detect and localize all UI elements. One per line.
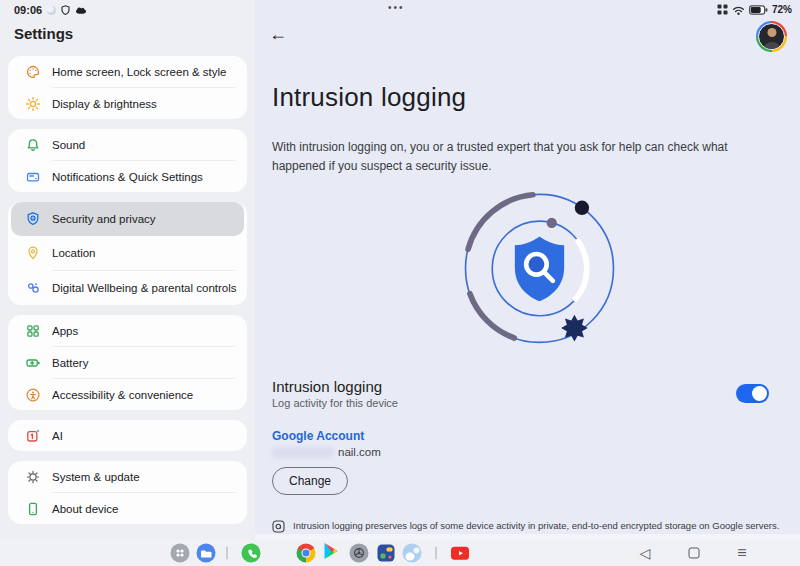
- security-shield-icon: [24, 211, 41, 228]
- brightness-icon: [24, 95, 41, 112]
- chrome-app-icon[interactable]: [297, 544, 316, 563]
- sidebar-item-about-device[interactable]: About device: [8, 493, 247, 524]
- encrypted-storage-icon: [272, 520, 285, 533]
- sidebar-item-location[interactable]: Location: [8, 236, 247, 270]
- phone-icon: [24, 500, 41, 517]
- sidebar-item-system-update[interactable]: System & update: [8, 461, 247, 492]
- palette-icon: [24, 63, 41, 80]
- orbit-dot-slate: [547, 218, 557, 228]
- sidebar-item-label: AI: [52, 430, 63, 442]
- google-account-label: Google Account: [272, 429, 364, 443]
- window-drag-handle[interactable]: •••: [388, 2, 405, 13]
- sidebar-item-digital-wellbeing[interactable]: Digital Wellbeing & parental controls: [8, 271, 247, 305]
- sidebar-item-label: Sound: [52, 139, 85, 151]
- orbit-arc-outer-bottom: [470, 294, 514, 338]
- weather-app-icon[interactable]: [403, 544, 422, 563]
- phone-app-icon[interactable]: [242, 544, 261, 563]
- settings-group-personalization: Home screen, Lock screen & style Display…: [8, 56, 247, 119]
- avatar-shoulders: [763, 42, 780, 50]
- orbit-dot-black: [575, 201, 589, 215]
- intrusion-logging-panel: ••• 72% ← Intrusion logging With intrusi…: [255, 0, 800, 540]
- network-nodes-icon: [717, 4, 728, 15]
- shield-icon: [61, 5, 70, 15]
- toggle-row-subtitle: Log activity for this device: [272, 397, 398, 409]
- dock-separator: [226, 547, 228, 560]
- files-app-icon[interactable]: [197, 544, 216, 563]
- sidebar-item-battery[interactable]: Battery: [8, 347, 247, 378]
- redacted-email-smudge: [272, 447, 334, 458]
- play-store-app-icon[interactable]: [324, 543, 339, 563]
- change-account-button[interactable]: Change: [272, 467, 348, 495]
- settings-group-security: Security and privacy Location Digital We…: [8, 202, 247, 305]
- gallery-app-icon[interactable]: [378, 545, 395, 562]
- avatar-head: [767, 28, 776, 37]
- sidebar-item-home-screen[interactable]: Home screen, Lock screen & style: [8, 56, 247, 87]
- account-email: nail.com: [338, 446, 381, 458]
- settings-group-apps: Apps Battery Accessibility & convenience: [8, 315, 247, 410]
- sidebar-item-label: Accessibility & convenience: [52, 389, 193, 401]
- sidebar-item-label: Apps: [52, 325, 78, 337]
- ai-icon: [24, 427, 41, 444]
- nav-home-icon[interactable]: [689, 548, 700, 559]
- settings-sidebar: 09:06 Settings Home screen, Lock screen …: [0, 0, 255, 540]
- toggle-row-title: Intrusion logging: [272, 378, 382, 395]
- settings-group-ai: AI: [8, 420, 247, 451]
- status-bar-right: 72%: [717, 4, 792, 15]
- wifi-icon: [732, 5, 745, 15]
- orbit-arc-inner-white: [576, 241, 587, 299]
- footnote-text: Intrusion logging preserves logs of some…: [293, 520, 779, 532]
- sidebar-item-display[interactable]: Display & brightness: [8, 88, 247, 119]
- bell-icon: [24, 136, 41, 153]
- dock-separator: [435, 547, 437, 560]
- settings-group-system: System & update About device: [8, 461, 247, 524]
- toggle-knob: [752, 386, 767, 401]
- intrusion-logging-illustration: [447, 178, 632, 363]
- apps-grid-icon: [24, 322, 41, 339]
- sidebar-item-accessibility[interactable]: Accessibility & convenience: [8, 379, 247, 410]
- settings-group-sound-notifications: Sound Notifications & Quick Settings: [8, 129, 247, 192]
- sidebar-item-label: Location: [52, 247, 95, 259]
- moon-icon: [47, 6, 56, 15]
- sidebar-item-label: Digital Wellbeing & parental controls: [52, 282, 237, 294]
- battery-icon: [749, 5, 768, 15]
- sidebar-item-label: Home screen, Lock screen & style: [52, 66, 227, 78]
- sidebar-item-label: Display & brightness: [52, 98, 157, 110]
- page-title-settings: Settings: [14, 25, 73, 42]
- back-arrow-icon[interactable]: ←: [269, 24, 287, 45]
- sidebar-item-notifications[interactable]: Notifications & Quick Settings: [8, 161, 247, 192]
- gear-icon: [24, 468, 41, 485]
- sidebar-item-label: System & update: [52, 471, 140, 483]
- sidebar-item-label: Notifications & Quick Settings: [52, 171, 203, 183]
- cloud-icon: [75, 6, 87, 14]
- settings-menu: Home screen, Lock screen & style Display…: [8, 56, 247, 534]
- footnote-row: Intrusion logging preserves logs of some…: [272, 520, 787, 533]
- clock-time: 09:06: [14, 4, 42, 16]
- tablet-screen: 09:06 Settings Home screen, Lock screen …: [0, 0, 800, 566]
- sidebar-item-ai[interactable]: AI: [8, 420, 247, 451]
- app-drawer-icon[interactable]: [171, 544, 190, 563]
- account-avatar[interactable]: [756, 21, 787, 52]
- page-title: Intrusion logging: [272, 82, 466, 113]
- nav-recents-icon[interactable]: ≡: [737, 544, 746, 562]
- taskbar-dock: ◁ ≡: [0, 540, 800, 566]
- battery-icon: [24, 354, 41, 371]
- sidebar-item-security-privacy[interactable]: Security and privacy: [11, 202, 244, 236]
- wellbeing-icon: [24, 280, 41, 297]
- youtube-app-icon[interactable]: [451, 547, 469, 560]
- sidebar-item-label: About device: [52, 503, 119, 515]
- nav-back-icon[interactable]: ◁: [640, 545, 651, 561]
- accessibility-icon: [24, 386, 41, 403]
- avatar-photo: [758, 23, 785, 50]
- emblem-app-icon[interactable]: [350, 544, 369, 563]
- notifications-icon: [24, 168, 41, 185]
- page-description: With intrusion logging on, you or a trus…: [272, 138, 777, 175]
- orbit-gear-icon: [561, 315, 588, 342]
- sidebar-item-apps[interactable]: Apps: [8, 315, 247, 346]
- battery-percent: 72%: [772, 4, 792, 15]
- sidebar-item-label: Security and privacy: [52, 213, 156, 225]
- status-bar-left: 09:06: [14, 4, 87, 16]
- intrusion-logging-toggle[interactable]: [736, 384, 769, 403]
- location-pin-icon: [24, 245, 41, 262]
- sidebar-item-sound[interactable]: Sound: [8, 129, 247, 160]
- sidebar-item-label: Battery: [52, 357, 88, 369]
